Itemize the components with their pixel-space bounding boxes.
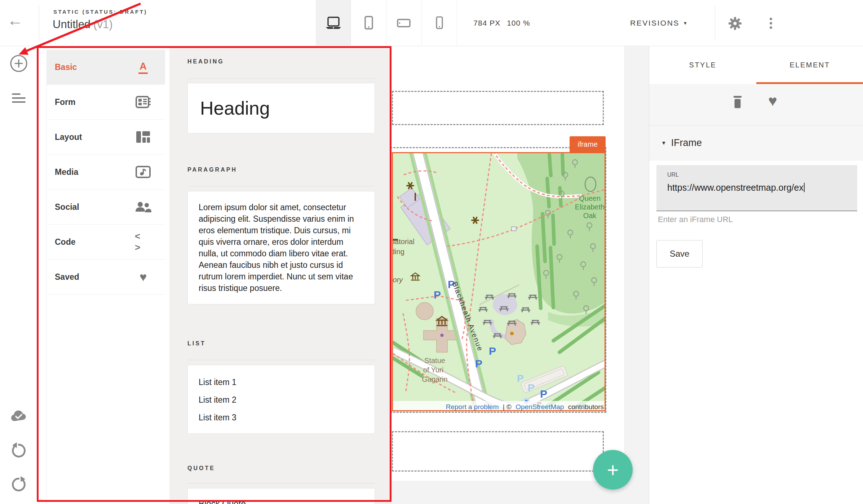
svg-text:Elizabeth: Elizabeth — [575, 203, 605, 211]
divider — [187, 360, 375, 360]
page-title-text: Untitled — [53, 18, 90, 31]
list-item: List item 3 — [199, 413, 364, 423]
text-cursor — [804, 183, 805, 192]
divider — [39, 5, 39, 41]
page-title[interactable]: Untitled(v1) — [53, 18, 113, 31]
element-categories-panel: Basic A Form Layout Media Social — [47, 46, 165, 504]
media-icon — [135, 165, 151, 178]
page-status-label: STATIC (STATUS: DRAFT) — [53, 9, 147, 15]
category-basic[interactable]: Basic A — [47, 50, 165, 85]
parking-marker: P — [434, 289, 441, 301]
category-saved[interactable]: Saved ♥ — [47, 260, 165, 295]
layout-icon — [135, 131, 151, 143]
tablet-icon — [362, 16, 376, 30]
add-block-fab[interactable]: + — [593, 450, 633, 490]
cloud-saved-icon[interactable] — [9, 407, 28, 425]
svg-text:of Yuri: of Yuri — [423, 366, 443, 374]
chevron-down-icon: ▾ — [662, 139, 665, 147]
tablet-landscape-icon — [396, 17, 412, 29]
add-element-plus-icon[interactable] — [9, 54, 28, 73]
inspector-panel: STYLE ELEMENT ♥ ▾ IFrame URL https://www… — [649, 46, 863, 504]
form-icon — [135, 95, 151, 109]
empty-block-placeholder-top[interactable] — [392, 91, 604, 125]
back-arrow-icon[interactable]: ← — [7, 12, 23, 28]
tab-element[interactable]: ELEMENT — [756, 46, 863, 84]
code-icon: < > — [135, 231, 151, 253]
svg-text:uatorial: uatorial — [393, 238, 415, 246]
svg-text:ding: ding — [393, 248, 404, 256]
category-layout[interactable]: Layout — [47, 120, 165, 155]
iframe-element-map[interactable]: P P P P P P P Queen Elizabeth — [392, 152, 606, 411]
revisions-label: REVISIONS — [630, 19, 680, 27]
category-form[interactable]: Form — [47, 85, 165, 120]
openstreetmap-embed: P P P P P P P Queen Elizabeth — [393, 153, 606, 411]
report-problem-link[interactable]: Report a problem — [446, 403, 499, 411]
element-library-panel: HEADING Heading PARAGRAPH Lorem ipsum do… — [169, 46, 391, 504]
section-label-list: LIST — [187, 340, 206, 347]
revisions-dropdown[interactable]: REVISIONS ▾ — [630, 0, 687, 46]
divider — [187, 186, 375, 186]
url-helper-text: Enter an iFrame URL — [658, 215, 733, 224]
plus-icon: + — [607, 458, 619, 482]
viewport-size-indicator: 784 PX 100 % — [466, 0, 538, 46]
redo-icon[interactable] — [9, 475, 28, 494]
list-item: List item 1 — [199, 377, 364, 387]
openstreetmap-link[interactable]: OpenStreetMap — [515, 403, 564, 411]
top-bar: ← STATIC (STATUS: DRAFT) Untitled(v1) — [0, 0, 863, 46]
undo-icon[interactable] — [9, 441, 28, 460]
element-card-list[interactable]: List item 1 List item 2 List item 3 — [187, 365, 375, 434]
category-social[interactable]: Social — [47, 190, 165, 225]
device-landscape-button[interactable] — [386, 0, 422, 46]
iframe-url-field[interactable]: URL https://www.openstreetmap.org/ex — [656, 165, 857, 211]
more-options-kebab-icon[interactable] — [768, 16, 774, 31]
parking-marker: P — [489, 345, 496, 357]
publish-button[interactable]: PUBLISH — [788, 8, 855, 39]
left-toolbar — [0, 46, 47, 504]
device-tablet-button[interactable] — [351, 0, 386, 46]
category-media[interactable]: Media — [47, 155, 165, 190]
url-field-label: URL — [667, 172, 857, 178]
iframe-element-badge: iframe — [570, 136, 606, 152]
iframe-section-header[interactable]: ▾ IFrame — [649, 126, 863, 160]
svg-text:Queen: Queen — [579, 194, 601, 202]
canvas-area: iframe — [391, 46, 649, 504]
parking-marker: P — [517, 373, 524, 384]
parking-marker: P — [528, 382, 535, 393]
section-label-quote: QUOTE — [187, 465, 215, 472]
svg-text:Statue: Statue — [424, 357, 445, 364]
element-type-title: IFrame — [671, 137, 702, 149]
navigator-layers-icon[interactable] — [9, 89, 28, 107]
empty-block-placeholder-bottom[interactable] — [392, 431, 604, 472]
divider — [187, 79, 375, 79]
delete-trash-icon[interactable] — [731, 95, 744, 109]
section-label-heading: HEADING — [187, 58, 224, 65]
divider — [715, 6, 715, 40]
social-people-icon — [135, 201, 151, 213]
page-builder-app: ← STATIC (STATUS: DRAFT) Untitled(v1) — [0, 0, 863, 504]
svg-text:Oak: Oak — [583, 212, 597, 220]
category-code[interactable]: Code < > — [47, 225, 165, 260]
laptop-icon — [325, 16, 342, 30]
viewport-width-value: 784 PX — [473, 19, 500, 27]
device-desktop-button[interactable] — [316, 0, 351, 46]
settings-gear-icon[interactable] — [728, 17, 742, 30]
divider — [187, 483, 375, 483]
element-actions-bar: ♥ — [649, 84, 863, 126]
heart-icon: ♥ — [135, 271, 151, 283]
svg-text:tory: tory — [393, 276, 403, 284]
text-format-icon: A — [135, 61, 151, 74]
section-label-paragraph: PARAGRAPH — [187, 167, 237, 173]
zoom-level-value: 100 % — [507, 19, 530, 27]
element-card-quote[interactable]: Block Quote — [187, 488, 375, 504]
device-phone-button[interactable] — [422, 0, 457, 46]
url-field-value: https://www.openstreetmap.org/ex — [667, 182, 857, 193]
svg-text:Gagarin: Gagarin — [422, 375, 447, 383]
favorite-heart-icon[interactable]: ♥ — [768, 93, 777, 109]
map-attribution: Report a problem | © OpenStreetMap contr… — [446, 403, 604, 411]
tab-style[interactable]: STYLE — [649, 46, 756, 84]
save-button[interactable]: Save — [656, 240, 703, 268]
chevron-down-icon: ▾ — [684, 20, 687, 26]
parking-marker: P — [475, 358, 482, 370]
element-card-paragraph[interactable]: Lorem ipsum dolor sit amet, consectetur … — [187, 191, 375, 304]
element-card-heading[interactable]: Heading — [187, 83, 375, 133]
